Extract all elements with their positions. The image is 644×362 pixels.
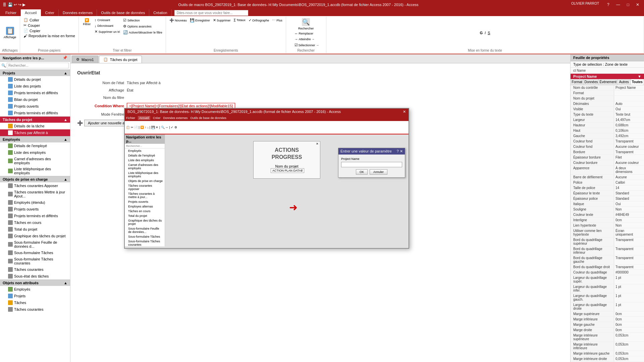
selectionner-btn[interactable]: ☑Sélectionner → — [293, 42, 321, 48]
tab-fichier[interactable]: Fichier — [1, 9, 21, 16]
debug-qa-icon[interactable]: ▶ — [22, 2, 25, 7]
prop-tab-toutes[interactable]: Toutes — [631, 79, 644, 85]
nav-group-employes[interactable]: Employés ▲ — [0, 136, 70, 142]
nav-item-projets-ouverts[interactable]: Projets ouverts — [0, 103, 70, 110]
nav-item-ss-feuille[interactable]: Sous-formulaire Feuille de données d... — [0, 239, 70, 249]
nav-item-graphique-taches[interactable]: Graphique des tâches du projet — [0, 233, 70, 239]
tab-donnees-externes[interactable]: Données externes — [59, 9, 97, 16]
decroissant-btn[interactable]: ↓Décroissant — [93, 23, 121, 28]
activer-filtre-btn[interactable]: 🔄Activer/désactiver le filtre — [122, 29, 164, 35]
undo-qa-icon[interactable]: ↩ — [14, 2, 17, 7]
selection-btn[interactable]: ☑Sélection — [122, 17, 164, 23]
prop-tab-autres[interactable]: Autres — [618, 79, 631, 85]
atteindre-btn[interactable]: →Atteindre → — [293, 37, 321, 42]
tab-macro1-label: Macro1 — [82, 58, 94, 62]
nav-item-ona-projets[interactable]: Projets — [0, 293, 70, 299]
bold-btn[interactable]: G — [479, 30, 483, 36]
nav-item-taches-mettre-a-jour[interactable]: Tâches courantes Mettre à jour Ajout... — [0, 189, 70, 199]
underline-btn[interactable]: S — [487, 30, 491, 36]
enregistrer-btn[interactable]: 💾Enregistrer — [189, 17, 211, 23]
ss-ok-btn[interactable]: OK — [356, 169, 368, 175]
ss-cancel-btn[interactable]: Annuler — [370, 169, 387, 175]
coller-btn[interactable]: 📋 Coller — [22, 17, 41, 22]
minimize-button[interactable]: — — [614, 2, 622, 8]
close-button[interactable]: ✕ — [634, 2, 641, 8]
help-button[interactable]: ? — [605, 2, 611, 8]
croissant-btn[interactable]: ↑Croissant — [93, 17, 121, 23]
nav-item-projets-termines2[interactable]: Projets terminés et différés — [0, 110, 70, 116]
options-avancees-btn[interactable]: ⚙Options avancées — [122, 23, 164, 29]
filtrer-btn[interactable]: 🔽 Filtrer — [81, 17, 93, 26]
prop-val-nom-controle[interactable]: Project Name — [614, 85, 644, 90]
nav-search-input[interactable] — [7, 63, 69, 68]
nav-item-liste-projets[interactable]: Liste des projets — [0, 83, 70, 89]
nav-item-total-projet[interactable]: Total du projet — [0, 226, 70, 233]
copier-btn[interactable]: 📄 Copier — [22, 28, 42, 33]
couper-btn[interactable]: ✂ Couper — [22, 23, 41, 28]
prop-row-epaisseur-bordure: Épaisseur bordure Filet — [571, 155, 644, 160]
prop-tab-evenement[interactable]: Événement — [599, 79, 618, 85]
nav-item-ona-employes[interactable]: Employés — [0, 286, 70, 293]
macro1-icon: ⚙ — [76, 57, 79, 62]
maximize-button[interactable]: □ — [625, 2, 631, 8]
orthographe-btn[interactable]: ✓Orthographe — [247, 17, 271, 23]
ss-dialog-input[interactable] — [341, 162, 402, 167]
nav-group-projets[interactable]: Projets ▲ — [0, 70, 70, 76]
prop-tab-donnees[interactable]: Données — [584, 79, 599, 85]
nav-item-details-tache[interactable]: Détails de la tâche — [0, 123, 70, 129]
ss-nav-projets-ouverts: Projets ouverts — [125, 199, 165, 204]
nav-item-projets-termines-diff[interactable]: Projets terminés et différés — [0, 213, 70, 219]
ss-project-input[interactable] — [271, 168, 304, 173]
nav-item-carnet-adresses[interactable]: Carnet d'adresses des employés — [0, 156, 70, 166]
nav-item-projets-ouverts2[interactable]: Projets ouverts — [0, 206, 70, 213]
tab-taches-projet[interactable]: 📋 Tâches du projet — [99, 56, 142, 63]
prop-val-format[interactable] — [614, 90, 644, 96]
nav-pin-icon[interactable]: 📌 — [63, 56, 67, 60]
nav-item-details-projet[interactable]: Détails du projet — [0, 76, 70, 83]
ss-actions-close[interactable]: ✕ — [316, 142, 319, 145]
italic-btn[interactable]: I — [484, 30, 486, 36]
prop-field-dropdown-icon[interactable]: ▼ — [638, 74, 641, 78]
ss-project-row: Nom du projet — [262, 164, 312, 173]
reproduire-icon: 🖌 — [23, 34, 27, 38]
redo-qa-icon[interactable]: ↪ — [18, 2, 21, 7]
nav-item-bilan-projet[interactable]: Bilan du projet — [0, 96, 70, 103]
totaux-btn[interactable]: ΣTotaux — [232, 17, 247, 23]
prop-val-nom-projet[interactable] — [614, 96, 644, 101]
rechercher-btn[interactable]: 🔍 Rechercher — [297, 17, 315, 31]
nav-group-taches-projet[interactable]: Tâches du projet ▲ — [0, 116, 70, 123]
nav-group-objets-non-attribues[interactable]: Objets non attribués ▲ — [0, 280, 70, 286]
supprimer-btn[interactable]: ✕Supprimer — [212, 17, 232, 23]
nav-item-ona-taches[interactable]: Tâches — [0, 299, 70, 306]
nav-item-liste-telephonique[interactable]: Liste téléphonique des employés — [0, 166, 70, 176]
tab-creer[interactable]: Créer — [41, 9, 59, 16]
ss-close-icon[interactable]: ✕ — [403, 110, 406, 114]
nav-item-ss-taches[interactable]: Sous-formulaire Tâches — [0, 249, 70, 256]
ribbon-search-input[interactable] — [174, 10, 248, 16]
tab-creation[interactable]: Création — [149, 9, 172, 16]
plus-btn[interactable]: ⋯Plus — [271, 17, 284, 23]
nav-item-ss-taches-courantes[interactable]: Sous-formulaire Tâches courantes — [0, 256, 70, 266]
remplacer-btn[interactable]: ↔Remplacer — [293, 31, 321, 36]
nav-group-objets-prise[interactable]: Objets de prise en charge ▲ — [0, 176, 70, 182]
nav-item-ona-taches-courantes[interactable]: Tâches courantes — [0, 306, 70, 313]
reproduire-btn[interactable]: 🖌 Reproduire la mise en forme — [22, 34, 76, 38]
nav-item-taches-courantes[interactable]: Tâches courantes — [0, 266, 70, 273]
nav-item-taches-affecte[interactable]: Tâches par Affecté à — [0, 129, 70, 136]
nav-item-details-employe[interactable]: Détails de l'employé — [0, 142, 70, 149]
nav-item-taches-en-cours[interactable]: Tâches en cours — [0, 219, 70, 226]
supprimer-tri-btn[interactable]: ✕Supprimer un tri — [93, 29, 121, 35]
affichages-btn[interactable]: 📋 Affichage — [2, 26, 17, 40]
nav-item-taches-apposer[interactable]: Tâches courantes Apposer — [0, 182, 70, 189]
prop-tabs: Format Données Événement Autres Toutes — [571, 79, 644, 85]
tab-macro1[interactable]: ⚙ Macro1 — [72, 56, 98, 63]
tab-accueil[interactable]: Accueil — [21, 9, 41, 16]
nouveau-btn[interactable]: ➕Nouveau — [168, 17, 188, 23]
nav-item-liste-employes[interactable]: Liste des employés — [0, 149, 70, 156]
nav-item-projets-termines1[interactable]: Projets terminés et différés — [0, 89, 70, 96]
tab-outils-bdd[interactable]: Outils de base de données — [97, 9, 149, 16]
nav-item-employes-etendu[interactable]: Employés (étendu) — [0, 199, 70, 206]
nav-item-sous-etat-taches[interactable]: Sous-état des tâches — [0, 273, 70, 280]
prop-tab-format[interactable]: Format — [571, 79, 584, 85]
save-qa-icon[interactable]: 💾 — [8, 2, 13, 7]
